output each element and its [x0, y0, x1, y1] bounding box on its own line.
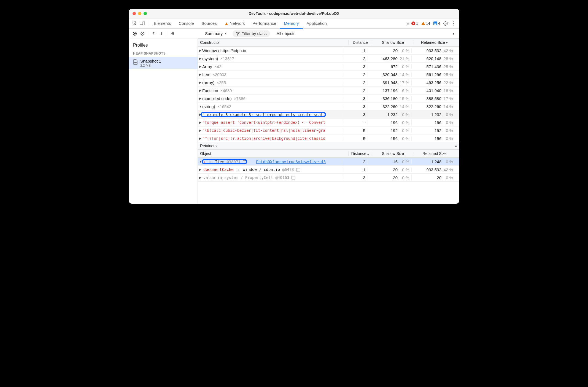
- settings-icon[interactable]: [442, 20, 449, 27]
- disclosure-triangle-icon[interactable]: ▶: [199, 81, 202, 84]
- disclosure-triangle-icon[interactable]: ▶: [199, 113, 202, 116]
- close-icon[interactable]: [133, 12, 136, 15]
- svg-line-10: [141, 32, 144, 35]
- retainers-title: Retainers: [200, 144, 217, 148]
- heap-view: Summary▼ Filter by class All objects ▼ C…: [198, 39, 459, 204]
- disclosure-triangle-icon[interactable]: ▶: [199, 65, 202, 68]
- table-row[interactable]: ▼(string)×165423322 26014 %322 26014 %: [198, 103, 459, 111]
- svg-rect-2: [143, 22, 145, 25]
- window-title: DevTools - codepen.io/web-dot-dev/live/P…: [129, 11, 459, 16]
- disclosure-triangle-icon[interactable]: ▶: [199, 176, 202, 179]
- svg-rect-12: [136, 62, 137, 63]
- col-distance-r[interactable]: Distance▲: [348, 151, 372, 156]
- disclosure-triangle-icon[interactable]: ▶: [199, 137, 202, 140]
- disclosure-triangle-icon[interactable]: ▶: [199, 57, 202, 60]
- retainers-panel: Retainers ≡ Object Distance▲ Shallow Siz…: [198, 142, 459, 204]
- col-shallow[interactable]: Shallow Size: [372, 40, 414, 45]
- tab-memory[interactable]: Memory: [280, 18, 303, 29]
- table-row[interactable]: ▶"Torque assert 'Convert<uintptr>(endInd…: [198, 119, 459, 127]
- disclosure-triangle-icon[interactable]: ▶: [199, 49, 202, 52]
- traffic-lights[interactable]: [133, 12, 147, 15]
- tab-console[interactable]: Console: [175, 18, 198, 28]
- col-distance[interactable]: Distance: [348, 40, 372, 45]
- table-row[interactable]: ▶" example 3 example 3: scattered object…: [198, 111, 459, 119]
- table-row[interactable]: ▶(system)×138172463 28021 %620 14828 %: [198, 55, 459, 63]
- device-toggle-icon[interactable]: [139, 20, 146, 27]
- col-constructor[interactable]: Constructor: [198, 40, 348, 45]
- disclosure-triangle-icon[interactable]: ▶: [199, 121, 202, 124]
- table-row[interactable]: ▶Function×46892137 1966 %401 94018 %: [198, 87, 459, 95]
- table-row[interactable]: ▶"\b(calc|cubic-bezier|fit-content|hsl|h…: [198, 127, 459, 135]
- svg-point-3: [445, 23, 446, 24]
- snapshot-size: 2.2 MB: [140, 64, 161, 68]
- disclosure-triangle-icon[interactable]: ▶: [199, 129, 202, 132]
- table-row[interactable]: ▶(array)×2552391 94817 %493 25622 %: [198, 79, 459, 87]
- table-row[interactable]: ▶(compiled code)×73863336 18015 %388 580…: [198, 95, 459, 103]
- more-tabs-icon[interactable]: »: [404, 19, 411, 28]
- object-filter[interactable]: All objects: [274, 30, 298, 37]
- tab-performance[interactable]: Performance: [249, 18, 280, 28]
- retainers-menu-icon[interactable]: ≡: [455, 144, 457, 148]
- profiles-heading: Profiles: [133, 43, 193, 48]
- svg-point-11: [134, 62, 136, 63]
- download-icon[interactable]: [158, 30, 165, 37]
- upload-icon[interactable]: [150, 30, 158, 37]
- table-row[interactable]: ▶"^(?!on|src|(?:action|archive|backgroun…: [198, 135, 459, 142]
- disclosure-triangle-icon[interactable]: ▼: [199, 160, 202, 163]
- issues-badge[interactable]: ◪4: [433, 22, 440, 26]
- disclosure-triangle-icon[interactable]: ▶: [199, 168, 202, 171]
- class-filter[interactable]: Filter by class: [233, 30, 270, 37]
- error-badge[interactable]: ✕1: [411, 22, 418, 26]
- retainer-row[interactable]: ▶value in system / PropertyCell @40163 3…: [198, 174, 459, 182]
- retainer-row[interactable]: ▶documentCache in Window / cdpn.io @6473…: [198, 166, 459, 174]
- col-object[interactable]: Object: [198, 151, 348, 156]
- gc-icon[interactable]: [169, 30, 177, 37]
- col-shallow-r[interactable]: Shallow Size: [372, 151, 414, 156]
- svg-point-8: [134, 33, 136, 34]
- svg-point-4: [453, 21, 454, 22]
- profiles-panel: Profiles HEAP SNAPSHOTS Snapshot 1 2.2 M…: [129, 39, 198, 204]
- record-icon[interactable]: [131, 30, 139, 37]
- table-row[interactable]: ▶Window / https://cdpn.io1200 %933 53242…: [198, 47, 459, 55]
- disclosure-triangle-icon[interactable]: ▼: [199, 105, 202, 108]
- collapse-icon[interactable]: ▼: [452, 32, 455, 35]
- devtools-window: DevTools - codepen.io/web-dot-dev/live/P…: [129, 9, 459, 204]
- tab-elements[interactable]: Elements: [150, 18, 175, 28]
- clear-icon[interactable]: [139, 30, 146, 37]
- snapshot-name: Snapshot 1: [140, 59, 161, 63]
- col-retained-r[interactable]: Retained Size: [414, 151, 455, 156]
- retainers-table[interactable]: ▼x in Item @38071 PoLdbOX?anon=true&view…: [198, 158, 459, 182]
- table-row[interactable]: ▶Item×200032320 04814 %561 29625 %: [198, 71, 459, 79]
- snapshot-item[interactable]: Snapshot 1 2.2 MB: [129, 57, 198, 69]
- tab-network[interactable]: ▲Network: [221, 18, 249, 28]
- disclosure-triangle-icon[interactable]: ▶: [199, 89, 202, 92]
- snapshot-icon: [133, 59, 138, 65]
- source-link[interactable]: PoLdbOX?anon=true&view=live:43: [256, 160, 326, 164]
- heap-snapshots-header: HEAP SNAPSHOTS: [133, 52, 193, 55]
- retainer-row[interactable]: ▼x in Item @38071 PoLdbOX?anon=true&view…: [198, 158, 459, 166]
- constructor-table[interactable]: ▶Window / https://cdpn.io1200 %933 53242…: [198, 47, 459, 142]
- warning-badge[interactable]: 14: [421, 22, 430, 26]
- disclosure-triangle-icon[interactable]: ▶: [199, 97, 202, 100]
- zoom-icon[interactable]: [144, 12, 147, 15]
- constructor-table-header: Constructor Distance Shallow Size Retain…: [198, 39, 459, 47]
- svg-point-6: [453, 25, 454, 25]
- table-row[interactable]: ▶Array×4236720 %571 43625 %: [198, 63, 459, 71]
- svg-point-5: [453, 23, 454, 24]
- main-tabs: ElementsConsoleSources▲NetworkPerformanc…: [129, 18, 459, 29]
- inspect-icon[interactable]: [131, 20, 139, 27]
- tab-application[interactable]: Application: [303, 18, 331, 28]
- titlebar: DevTools - codepen.io/web-dot-dev/live/P…: [129, 9, 459, 18]
- col-retained[interactable]: Retained Size▼: [414, 40, 455, 45]
- minimize-icon[interactable]: [138, 12, 141, 15]
- disclosure-triangle-icon[interactable]: ▶: [199, 73, 202, 76]
- tab-sources[interactable]: Sources: [198, 18, 221, 28]
- view-select[interactable]: Summary▼: [202, 30, 230, 37]
- kebab-menu-icon[interactable]: [449, 20, 457, 27]
